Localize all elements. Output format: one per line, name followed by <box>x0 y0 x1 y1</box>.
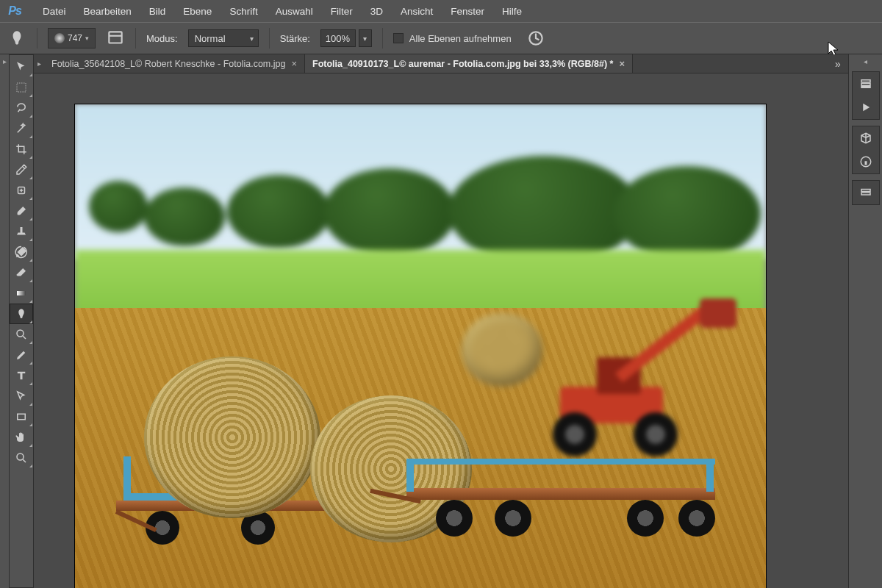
right-panel-dock: ◂ <box>848 54 882 588</box>
tool-eyedropper[interactable] <box>10 159 33 180</box>
tool-zoom[interactable] <box>10 448 33 468</box>
brush-preview-icon <box>54 33 65 43</box>
menu-auswahl[interactable]: Auswahl <box>268 3 320 20</box>
svg-rect-8 <box>861 80 870 82</box>
tool-history-brush[interactable] <box>10 242 33 262</box>
chevron-down-icon: ▾ <box>84 35 90 42</box>
tool-type[interactable] <box>10 365 33 386</box>
app-logo: Ps <box>4 3 25 19</box>
document-area: ▸ Fotolia_35642108_L© Robert Kneschke - … <box>34 54 848 588</box>
dock-group-3d-info <box>852 126 880 174</box>
svg-rect-10 <box>861 87 870 88</box>
info-panel-icon[interactable] <box>855 153 877 171</box>
tab-expand-handle[interactable]: ▸ <box>34 54 44 73</box>
dock-expand-handle[interactable]: ◂ <box>864 57 867 65</box>
document-tab-inactive[interactable]: Fotolia_35642108_L© Robert Kneschke - Fo… <box>44 54 305 73</box>
strength-label: Stärke: <box>280 33 310 44</box>
close-icon[interactable]: × <box>291 58 297 69</box>
tool-move[interactable] <box>10 57 33 77</box>
menu-fenster[interactable]: Fenster <box>443 3 492 20</box>
image-content <box>75 104 766 588</box>
layers-panel-icon[interactable] <box>855 184 877 201</box>
menu-3d[interactable]: 3D <box>363 3 390 20</box>
left-expand-handle[interactable]: ▸ <box>0 54 9 588</box>
actions-panel-icon[interactable] <box>855 98 877 116</box>
brush-preset-picker[interactable]: 747 ▾ <box>48 28 96 49</box>
3d-panel-icon[interactable] <box>855 129 877 147</box>
svg-point-7 <box>17 453 24 460</box>
svg-rect-2 <box>17 83 26 92</box>
separator <box>135 28 136 49</box>
tool-rectangle[interactable] <box>10 406 33 427</box>
document-tab-active[interactable]: Fotolia_40910173_L© auremar - Fotolia.co… <box>305 54 633 73</box>
mode-value: Normal <box>195 33 226 44</box>
svg-rect-9 <box>861 83 870 85</box>
pressure-toggle-icon[interactable] <box>526 29 545 48</box>
tab-overflow-button[interactable]: » <box>828 54 848 73</box>
workspace: ▸ ▸ Fotolia_35642108_L© Robert Kneschke … <box>0 54 882 588</box>
document-tabstrip: ▸ Fotolia_35642108_L© Robert Kneschke - … <box>34 54 848 74</box>
tool-pen[interactable] <box>10 345 33 365</box>
svg-rect-4 <box>17 291 26 295</box>
svg-rect-0 <box>109 32 121 43</box>
tool-gradient[interactable] <box>10 283 33 304</box>
menu-bar: Ps Datei Bearbeiten Bild Ebene Schrift A… <box>0 0 882 22</box>
canvas-viewport[interactable] <box>34 74 848 588</box>
tool-crop[interactable] <box>10 139 33 159</box>
tool-clone-stamp[interactable] <box>10 221 33 242</box>
dock-group-layers <box>852 180 880 205</box>
menu-ansicht[interactable]: Ansicht <box>393 3 440 20</box>
menu-hilfe[interactable]: Hilfe <box>495 3 529 20</box>
sample-all-label: Alle Ebenen aufnehmen <box>409 33 512 44</box>
separator <box>37 28 37 49</box>
brush-panel-toggle-icon[interactable] <box>106 29 125 48</box>
menu-bearbeiten[interactable]: Bearbeiten <box>76 3 139 20</box>
close-icon[interactable]: × <box>619 58 625 69</box>
sample-all-layers-checkbox[interactable]: Alle Ebenen aufnehmen <box>393 33 512 44</box>
svg-point-5 <box>17 330 24 337</box>
menu-bild[interactable]: Bild <box>142 3 173 20</box>
menu-filter[interactable]: Filter <box>323 3 360 20</box>
strength-value: 100% <box>326 33 350 44</box>
chevron-down-icon[interactable]: ▾ <box>359 29 372 47</box>
tool-marquee[interactable] <box>10 77 33 98</box>
svg-rect-12 <box>861 190 870 192</box>
tool-path-select[interactable] <box>10 386 33 406</box>
document-tab-label: Fotolia_35642108_L© Robert Kneschke - Fo… <box>51 59 285 69</box>
mode-label: Modus: <box>146 33 178 44</box>
menu-datei[interactable]: Datei <box>35 3 74 20</box>
mode-dropdown[interactable]: Normal <box>188 29 259 47</box>
menu-schrift[interactable]: Schrift <box>222 3 265 20</box>
separator <box>269 28 270 49</box>
tools-panel <box>9 54 34 588</box>
tool-lasso[interactable] <box>10 98 33 118</box>
canvas-image[interactable] <box>75 104 766 588</box>
tool-blur[interactable] <box>10 304 33 324</box>
current-tool-icon[interactable] <box>7 29 26 48</box>
separator <box>382 28 383 49</box>
options-bar: 747 ▾ Modus: Normal Stärke: 100% ▾ Alle … <box>0 22 882 54</box>
checkbox-icon <box>393 33 404 43</box>
dock-group-history <box>852 71 880 120</box>
document-tab-label: Fotolia_40910173_L© auremar - Fotolia.co… <box>312 59 613 69</box>
menu-ebene[interactable]: Ebene <box>176 3 219 20</box>
tool-brush[interactable] <box>10 201 33 221</box>
tool-dodge[interactable] <box>10 324 33 345</box>
svg-rect-6 <box>18 414 26 420</box>
tool-magic-wand[interactable] <box>10 118 33 139</box>
brush-size-value: 747 <box>68 33 82 43</box>
tool-eraser[interactable] <box>10 262 33 283</box>
tool-hand[interactable] <box>10 427 33 448</box>
strength-control[interactable]: 100% ▾ <box>320 29 372 47</box>
tool-healing-brush[interactable] <box>10 180 33 201</box>
history-panel-icon[interactable] <box>855 75 877 93</box>
svg-rect-13 <box>861 193 870 195</box>
